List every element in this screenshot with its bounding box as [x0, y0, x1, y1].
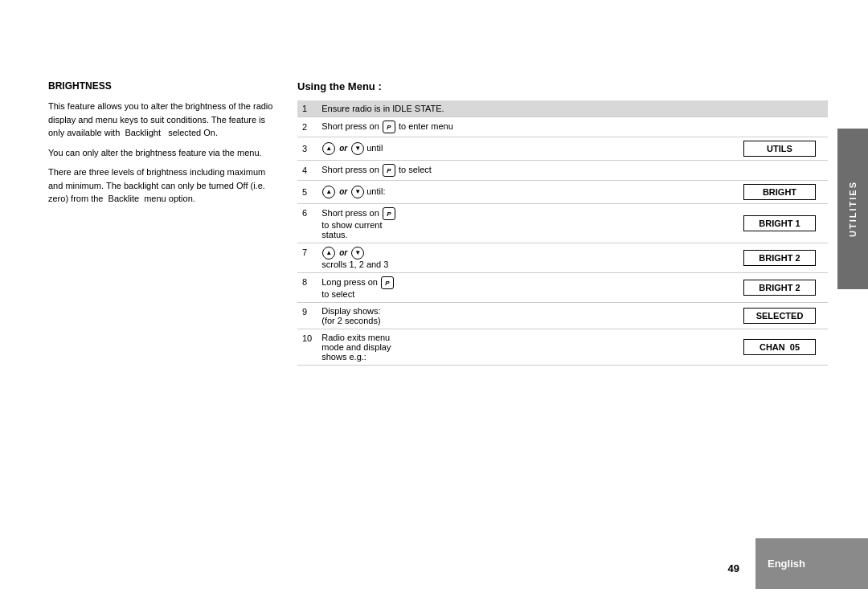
- down-arrow-icon: ▼: [351, 186, 364, 198]
- p-icon: P: [383, 121, 395, 133]
- display-box: SELECTED: [743, 308, 816, 324]
- step-desc: Short press on P to show currentstatus.: [317, 204, 731, 243]
- step-num: 6: [297, 204, 317, 243]
- step-display: BRIGHT 2: [731, 273, 828, 303]
- step-num: 8: [297, 273, 317, 303]
- table-row: 6 Short press on P to show currentstatus…: [297, 204, 828, 243]
- display-box: UTILS: [743, 141, 816, 157]
- brightness-title: BRIGHTNESS: [48, 80, 273, 92]
- page-number: 49: [728, 562, 739, 574]
- step-text: until:: [366, 186, 385, 198]
- step-desc: Long press on P to select: [317, 273, 731, 303]
- or-text: or: [339, 247, 347, 259]
- table-row: 8 Long press on P to select BRIGHT 2: [297, 273, 828, 303]
- display-box: BRIGHT 2: [743, 250, 816, 266]
- brightness-para-1: This feature allows you to alter the bri…: [48, 100, 273, 140]
- step-num: 4: [297, 161, 317, 181]
- step-icon-row: ▲ or ▼ until: [321, 142, 727, 155]
- step-text: until: [366, 142, 383, 154]
- step-num: 10: [297, 329, 317, 366]
- table-row: 4 Short press on P to select: [297, 161, 828, 181]
- step-display: BRIGHT: [731, 181, 828, 204]
- step-desc: ▲ or ▼ until: [317, 137, 731, 161]
- step-sub-text: scrolls 1, 2 and 3: [321, 260, 727, 269]
- step-num: 7: [297, 243, 317, 273]
- display-box: BRIGHT 1: [743, 215, 816, 231]
- table-row: 2 Short press on P to enter menu: [297, 117, 828, 137]
- table-row: 9 Display shows: (for 2 seconds) SELECTE…: [297, 303, 828, 329]
- right-column: Using the Menu : 1 Ensure radio is in ID…: [297, 80, 828, 517]
- p-icon: P: [381, 276, 394, 289]
- step-icon-row: ▲ or ▼: [321, 247, 727, 260]
- steps-table: 1 Ensure radio is in IDLE STATE. 2 Short…: [297, 100, 828, 366]
- table-row: 3 ▲ or ▼ until UTILS: [297, 137, 828, 161]
- english-tab-label: English: [768, 558, 805, 570]
- step-display: BRIGHT 1: [731, 204, 828, 243]
- left-column: BRIGHTNESS This feature allows you to al…: [48, 80, 273, 517]
- down-arrow-icon: ▼: [351, 142, 364, 155]
- step-desc: Display shows: (for 2 seconds): [317, 303, 731, 329]
- up-arrow-icon: ▲: [322, 186, 335, 198]
- step-icon-row: ▲ or ▼ until:: [321, 186, 727, 198]
- utilities-tab-label: UTILITIES: [848, 181, 858, 237]
- page-container: UTILITIES English 49 BRIGHTNESS This fea…: [0, 0, 868, 613]
- or-text: or: [339, 186, 347, 198]
- step-display: CHAN 05: [731, 329, 828, 366]
- display-box: BRIGHT: [743, 184, 816, 200]
- up-arrow-icon: ▲: [322, 247, 335, 260]
- brightness-body: This feature allows you to alter the bri…: [48, 100, 273, 206]
- step-desc: Short press on P to enter menu: [317, 117, 828, 137]
- brightness-para-3: There are three levels of brightness inc…: [48, 166, 273, 206]
- english-tab: English: [755, 538, 868, 589]
- p-icon: P: [383, 164, 395, 177]
- menu-title: Using the Menu :: [297, 80, 828, 92]
- step-display: SELECTED: [731, 303, 828, 329]
- content-area: BRIGHTNESS This feature allows you to al…: [48, 80, 828, 517]
- step-desc: Ensure radio is in IDLE STATE.: [317, 100, 828, 117]
- step-num: 9: [297, 303, 317, 329]
- p-icon: P: [383, 207, 395, 220]
- table-row: 7 ▲ or ▼ scrolls 1, 2 and 3 BRIGHT 2: [297, 243, 828, 273]
- step-desc: Short press on P to select: [317, 161, 828, 181]
- table-row: 1 Ensure radio is in IDLE STATE.: [297, 100, 828, 117]
- or-text: or: [339, 143, 347, 154]
- step-desc: Radio exits menu mode and display shows …: [317, 329, 731, 366]
- table-row: 5 ▲ or ▼ until: BRIGHT: [297, 181, 828, 204]
- table-row: 10 Radio exits menu mode and display sho…: [297, 329, 828, 366]
- step-display: UTILS: [731, 137, 828, 161]
- step-num: 1: [297, 100, 317, 117]
- step-display: BRIGHT 2: [731, 243, 828, 273]
- step-desc: ▲ or ▼ until:: [317, 181, 731, 204]
- brightness-para-2: You can only alter the brightness featur…: [48, 146, 273, 160]
- step-num: 5: [297, 181, 317, 204]
- display-box: BRIGHT 2: [743, 280, 816, 296]
- step-desc: ▲ or ▼ scrolls 1, 2 and 3: [317, 243, 731, 273]
- step-num: 3: [297, 137, 317, 161]
- display-box: CHAN 05: [743, 339, 816, 355]
- down-arrow-icon: ▼: [351, 247, 364, 260]
- up-arrow-icon: ▲: [322, 142, 335, 155]
- utilities-tab: UTILITIES: [837, 129, 868, 289]
- step-num: 2: [297, 117, 317, 137]
